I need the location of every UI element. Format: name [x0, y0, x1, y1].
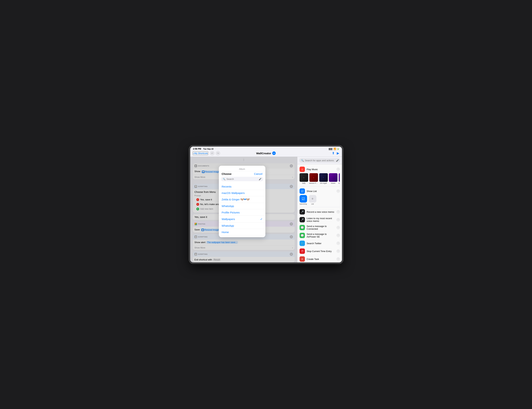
popup-item-label: Recents: [222, 185, 232, 188]
popup-mic-icon: 🎤: [259, 178, 261, 180]
show-list-info[interactable]: ⓘ: [337, 190, 340, 193]
popup-item-arrow: ›: [262, 237, 263, 237]
nav-arrows: ↩ ↪: [210, 151, 220, 155]
signal-icon: ▌▌▌: [329, 148, 333, 150]
popup-cancel-button[interactable]: Cancel: [254, 172, 263, 175]
search-twitter-1-info[interactable]: ⓘ: [337, 242, 340, 245]
ipad-screen: 2:56 PM Tue Sep 22 ▌▌▌ 📶 🔋 ‹ My Shortcut…: [190, 146, 342, 263]
redo-button[interactable]: ↪: [216, 151, 220, 155]
send-airpower-icon: 💬: [300, 233, 305, 238]
main-content: ⬜ DOCUMENTS ✕ Show ⬜ Resized Image in Qu…: [190, 157, 342, 263]
wifi-icon: 📶: [333, 148, 336, 150]
send-connected-icon: 💬: [300, 225, 305, 230]
popup-item-whatsapp2[interactable]: WhatsApp: [219, 223, 265, 229]
popup-item-profile[interactable]: Profile Pictures: [219, 209, 265, 216]
upcoming-icon: ☑: [300, 195, 307, 202]
chevron-left-icon: ‹: [193, 152, 194, 155]
album-name-sparsi: Gli Sparsi Sopra (R.: [339, 182, 340, 184]
popup-item-macos[interactable]: macOS Wallpapers: [219, 190, 265, 196]
upcoming-label: Upcoming: [300, 203, 307, 205]
record-voice-icon: 🎤: [300, 209, 305, 215]
album-name-vivere: Vivere: [331, 182, 335, 184]
popup-item-home[interactable]: Home: [219, 229, 265, 236]
album-sparsi[interactable]: Gli Sparsi Sopra (R.: [339, 173, 340, 184]
send-connected-label: Send a message to Connected: [307, 225, 335, 230]
album-vivere[interactable]: Vivere: [329, 173, 337, 184]
popup-search-icon: 🔍: [223, 178, 226, 180]
send-airpower-info[interactable]: ⓘ: [337, 234, 340, 237]
create-task-label: Create Task: [307, 258, 335, 260]
popup-title-row: Choose Cancel: [219, 171, 265, 177]
status-date: Tue Sep 22: [203, 148, 213, 150]
create-task-info[interactable]: ⓘ: [337, 257, 340, 261]
search-bar-container: 🔍 🎤: [297, 157, 342, 164]
stop-time-icon: ⏱: [300, 248, 305, 254]
listen-voice-info[interactable]: ⓘ: [337, 218, 340, 221]
popup-item-recents[interactable]: Recents: [219, 183, 265, 190]
popup-choose-label: Choose: [222, 172, 232, 175]
stop-time-info[interactable]: ⓘ: [337, 250, 340, 253]
popup-item-zelda[interactable]: Zelda & Ginger 🐶❤🐶: [219, 196, 265, 203]
send-airpower-item[interactable]: 💬 Send a message to AirPower SE ⓘ: [297, 231, 342, 239]
create-task-icon: ≡: [300, 256, 305, 262]
album-sally[interactable]: ▲ Sally: [300, 173, 308, 184]
create-task-item[interactable]: ≡ Create Task ⓘ: [297, 255, 342, 263]
shortcuts-editor: ⬜ DOCUMENTS ✕ Show ⬜ Resized Image in Qu…: [190, 157, 297, 263]
battery-icon: 🔋: [337, 148, 339, 150]
popup-item-whatsapp1[interactable]: WhatsApp: [219, 203, 265, 209]
status-icons: ▌▌▌ 📶 🔋: [329, 148, 339, 150]
stop-time-item[interactable]: ⏱ Stop Current Time Entry ⓘ: [297, 247, 342, 255]
show-list-item[interactable]: ☑ Show List ⓘ: [297, 187, 342, 195]
show-list-icon: ☑: [300, 188, 305, 194]
play-button[interactable]: ▶: [337, 151, 339, 155]
send-airpower-label: Send a message to AirPower SE: [307, 233, 335, 238]
record-voice-info[interactable]: ⓘ: [337, 210, 340, 213]
more-options-button[interactable]: •••: [272, 151, 276, 155]
nav-bar: ‹ My Shortcuts ↩ ↪ WallCreator ••• ⬆ ▶: [190, 151, 342, 157]
popup-item-dropbox[interactable]: Dropbox ›: [219, 236, 265, 237]
right-panel: 🔍 🎤 ♫ Play Music ⓘ: [297, 157, 342, 263]
play-music-icon: ♫: [300, 167, 305, 172]
nav-title: WallCreator: [256, 152, 271, 155]
send-connected-info[interactable]: ⓘ: [337, 226, 340, 229]
record-voice-label: Record a new voice memo: [307, 210, 335, 213]
popup-item-label: Home: [222, 231, 229, 234]
listen-voice-icon: 🎤: [300, 217, 305, 222]
popup-header: Album: [219, 166, 265, 171]
list-boxes-container: ☑ Upcoming + List: [297, 195, 342, 206]
search-twitter-1-icon: 🐦: [300, 241, 305, 246]
nav-right: ⬆ ▶: [290, 151, 339, 155]
undo-button[interactable]: ↩: [210, 151, 215, 155]
popup-item-label: WhatsApp: [222, 224, 234, 227]
popup-overlay: Album Choose Cancel 🔍 🎤: [190, 157, 297, 263]
music-albums-row: ▲ Sally ▲: [300, 173, 340, 184]
search-icon: 🔍: [301, 159, 304, 162]
album-name-angeli: Gli Angeli: [320, 182, 327, 184]
list-box-plus[interactable]: + List: [309, 195, 316, 205]
upcoming-box[interactable]: ☑ Upcoming: [300, 195, 307, 205]
popup-item-wallpapers[interactable]: Wallpapers ✓: [219, 216, 265, 223]
back-button[interactable]: ‹ My Shortcuts: [193, 151, 208, 155]
popup-search-bar: 🔍 🎤: [221, 177, 263, 181]
popup-item-label: WhatsApp: [222, 204, 234, 208]
popup-search-input[interactable]: [227, 178, 258, 180]
popup-item-label: Wallpapers: [222, 218, 235, 221]
popup-item-label: Zelda & Ginger 🐶❤🐶: [222, 198, 250, 201]
album-name-nessun: Nessun Pericolo....: [309, 182, 318, 184]
stop-time-label: Stop Current Time Entry: [307, 250, 335, 253]
listen-voice-item[interactable]: 🎤 Listen to my most recent voice memo ⓘ: [297, 216, 342, 224]
ipad-frame: 2:56 PM Tue Sep 22 ▌▌▌ 📶 🔋 ‹ My Shortcut…: [189, 145, 343, 264]
play-music-info[interactable]: ⓘ: [337, 168, 340, 171]
search-twitter-1-label: Search Twitter: [307, 242, 335, 245]
play-music-item[interactable]: ♫ Play Music ⓘ: [297, 165, 342, 173]
record-voice-item[interactable]: 🎤 Record a new voice memo ⓘ: [297, 208, 342, 216]
send-connected-item[interactable]: 💬 Send a message to Connected ⓘ: [297, 224, 342, 231]
album-angeli[interactable]: ✦ Gli Angeli: [319, 173, 328, 184]
search-input[interactable]: [305, 159, 335, 162]
album-cover-vivere: [329, 173, 337, 182]
album-nessun[interactable]: ▲ Nessun Pericolo....: [309, 173, 318, 184]
album-name-sally: Sally: [302, 182, 306, 184]
share-button[interactable]: ⬆: [332, 151, 335, 155]
search-twitter-1-item[interactable]: 🐦 Search Twitter ⓘ: [297, 239, 342, 247]
mic-icon[interactable]: 🎤: [336, 159, 339, 162]
